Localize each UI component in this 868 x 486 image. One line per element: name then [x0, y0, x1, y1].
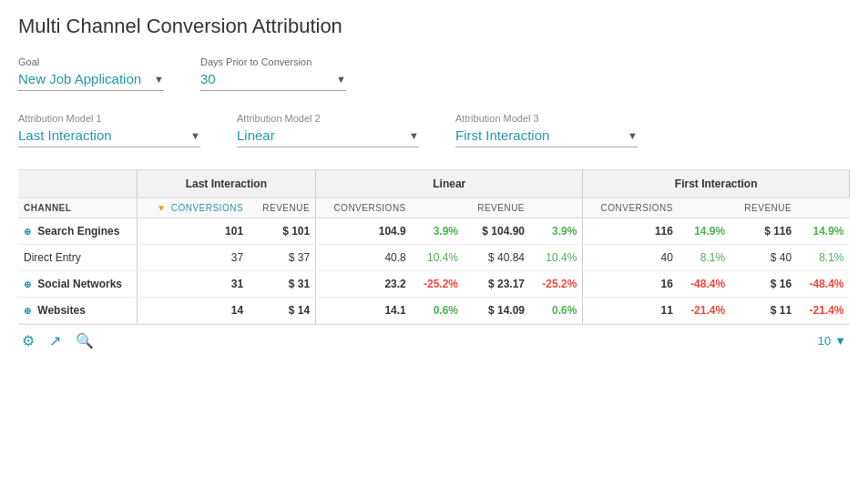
- lin-conv-pct-cell: 10.4%: [412, 245, 464, 271]
- model2-label: Attribution Model 2: [237, 113, 419, 124]
- last-conv-cell: 101: [137, 218, 249, 245]
- model2-dropdown-arrow: ▼: [409, 130, 419, 141]
- days-select[interactable]: 30 ▼: [200, 71, 346, 91]
- first-interaction-header: First Interaction: [583, 170, 850, 198]
- last-rev-cell: $ 31: [249, 271, 316, 298]
- model2-group: Attribution Model 2 Linear ▼: [237, 113, 419, 147]
- lin-rev-pct-cell: -25.2%: [530, 271, 583, 298]
- last-rev-cell: $ 14: [249, 298, 316, 324]
- first-rev-pct-cell: 14.9%: [797, 218, 849, 245]
- lin-conv-cell: 40.8: [316, 245, 412, 271]
- table-row: Direct Entry 37 $ 37 40.8 10.4% $ 40.84 …: [18, 245, 850, 271]
- table-row: ⊕ Websites 14 $ 14 14.1 0.6% $ 14.09 0.6…: [18, 298, 850, 324]
- first-rev-pct-col-header: [797, 198, 849, 218]
- lin-rev-cell: $ 23.17: [464, 271, 530, 298]
- channel-col-header: CHANNEL: [18, 198, 137, 218]
- model3-group: Attribution Model 3 First Interaction ▼: [455, 113, 638, 147]
- export-icon[interactable]: ↗: [49, 332, 61, 349]
- days-control: Days Prior to Conversion 30 ▼: [200, 56, 346, 91]
- lin-rev-cell: $ 14.09: [464, 298, 530, 324]
- expand-icon[interactable]: ⊕: [24, 279, 31, 289]
- table-row: ⊕ Search Engines 101 $ 101 104.9 3.9% $ …: [18, 218, 850, 245]
- days-label: Days Prior to Conversion: [200, 56, 346, 67]
- channel-label: CHANNEL: [24, 203, 71, 213]
- page-title: Multi Channel Conversion Attribution: [18, 15, 850, 38]
- first-conv-pct-cell: -48.4%: [679, 271, 730, 298]
- linear-header: Linear: [316, 170, 583, 198]
- model1-label: Attribution Model 1: [18, 113, 200, 124]
- model3-dropdown-arrow: ▼: [628, 130, 638, 141]
- lin-conv-pct-cell: -25.2%: [412, 271, 464, 298]
- model1-dropdown-arrow: ▼: [190, 130, 200, 141]
- first-conv-cell: 11: [583, 298, 679, 324]
- last-conv-cell: 37: [137, 245, 249, 271]
- goal-select[interactable]: New Job Application ▼: [18, 71, 164, 91]
- lin-rev-col-header: REVENUE: [464, 198, 530, 218]
- last-rev-cell: $ 37: [249, 245, 316, 271]
- first-rev-pct-cell: -21.4%: [797, 298, 849, 324]
- first-rev-pct-cell: -48.4%: [797, 271, 849, 298]
- expand-icon[interactable]: ⊕: [24, 227, 31, 237]
- lin-conv-cell: 23.2: [316, 271, 412, 298]
- pagination-arrow-icon: ▼: [834, 334, 846, 348]
- last-conv-col-header[interactable]: ▼ CONVERSIONS: [137, 198, 249, 218]
- channel-cell: Direct Entry: [18, 245, 137, 271]
- lin-rev-pct-cell: 3.9%: [530, 218, 583, 245]
- data-table: Last Interaction Linear First Interactio…: [18, 169, 850, 324]
- goal-control: Goal New Job Application ▼: [18, 56, 164, 91]
- first-conv-cell: 116: [583, 218, 679, 245]
- first-rev-col-header: REVENUE: [730, 198, 797, 218]
- last-conv-cell: 31: [137, 271, 249, 298]
- pagination-control[interactable]: 10 ▼: [818, 334, 846, 348]
- days-dropdown-arrow: ▼: [336, 74, 346, 85]
- lin-conv-cell: 104.9: [316, 218, 412, 245]
- first-rev-cell: $ 11: [730, 298, 797, 324]
- table-header: Last Interaction Linear First Interactio…: [18, 170, 850, 218]
- model1-select[interactable]: Last Interaction ▼: [18, 127, 200, 147]
- last-rev-cell: $ 101: [249, 218, 316, 245]
- first-conv-pct-col-header: [679, 198, 730, 218]
- footer-icons: ⚙ ↗ 🔍: [22, 332, 94, 349]
- channel-section-header: [18, 170, 137, 198]
- lin-conv-col-header: CONVERSIONS: [316, 198, 412, 218]
- model3-label: Attribution Model 3: [455, 113, 638, 124]
- lin-rev-pct-cell: 0.6%: [530, 298, 583, 324]
- model3-value: First Interaction: [455, 127, 549, 143]
- models-row: Attribution Model 1 Last Interaction ▼ A…: [18, 113, 850, 147]
- first-rev-cell: $ 16: [730, 271, 797, 298]
- first-conv-cell: 40: [583, 245, 679, 271]
- channel-cell: ⊕ Search Engines: [18, 218, 137, 245]
- page-container: Multi Channel Conversion Attribution Goa…: [0, 0, 868, 371]
- pagination-value: 10: [818, 334, 831, 348]
- search-icon[interactable]: 🔍: [76, 332, 94, 349]
- settings-icon[interactable]: ⚙: [22, 332, 35, 349]
- last-rev-col-header: REVENUE: [249, 198, 316, 218]
- model-header-row: Last Interaction Linear First Interactio…: [18, 170, 850, 198]
- goal-value: New Job Application: [18, 71, 141, 86]
- first-conv-pct-cell: 8.1%: [679, 245, 730, 271]
- model3-select[interactable]: First Interaction ▼: [455, 127, 638, 147]
- sort-arrow-icon: ▼: [157, 203, 169, 213]
- model1-value: Last Interaction: [18, 127, 112, 143]
- expand-icon[interactable]: ⊕: [24, 306, 31, 316]
- model2-value: Linear: [237, 127, 275, 143]
- channel-cell: ⊕ Social Networks: [18, 271, 137, 298]
- goal-label: Goal: [18, 56, 164, 67]
- first-conv-pct-cell: 14.9%: [679, 218, 730, 245]
- model2-select[interactable]: Linear ▼: [237, 127, 419, 147]
- table-body: ⊕ Search Engines 101 $ 101 104.9 3.9% $ …: [18, 218, 850, 324]
- lin-conv-pct-cell: 0.6%: [412, 298, 464, 324]
- lin-conv-cell: 14.1: [316, 298, 412, 324]
- channel-cell: ⊕ Websites: [18, 298, 137, 324]
- model1-group: Attribution Model 1 Last Interaction ▼: [18, 113, 200, 147]
- first-conv-col-header: CONVERSIONS: [583, 198, 679, 218]
- lin-rev-pct-cell: 10.4%: [530, 245, 583, 271]
- first-rev-pct-cell: 8.1%: [797, 245, 849, 271]
- lin-conv-pct-col-header: [412, 198, 464, 218]
- lin-rev-pct-col-header: [530, 198, 583, 218]
- table-row: ⊕ Social Networks 31 $ 31 23.2 -25.2% $ …: [18, 271, 850, 298]
- col-header-row: CHANNEL ▼ CONVERSIONS REVENUE CONVERSION…: [18, 198, 850, 218]
- first-rev-cell: $ 116: [730, 218, 797, 245]
- first-conv-pct-cell: -21.4%: [679, 298, 730, 324]
- lin-rev-cell: $ 40.84: [464, 245, 530, 271]
